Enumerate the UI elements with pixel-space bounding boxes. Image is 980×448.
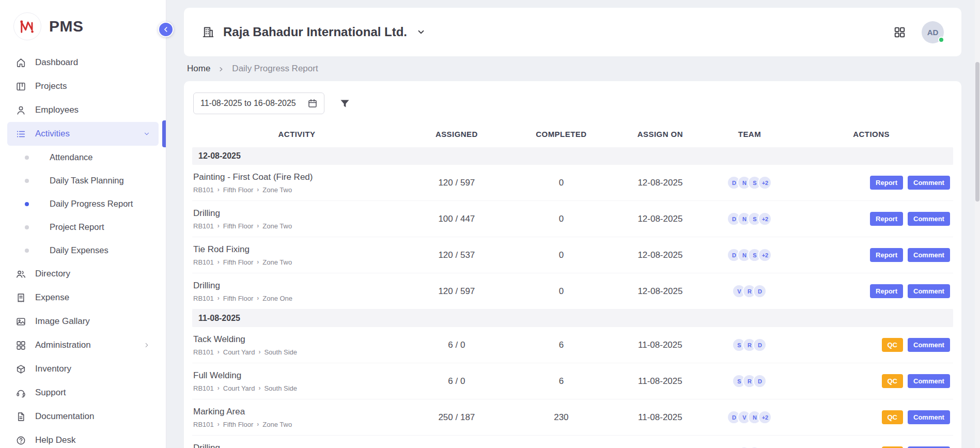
brand-m-logo — [13, 12, 41, 40]
sidebar-subitem-daily-expenses[interactable]: Daily Expenses — [0, 239, 166, 262]
path-segment: Court Yard — [223, 348, 255, 356]
team-extra-badge: +2 — [758, 248, 772, 262]
path-segment: RB101 — [193, 348, 214, 356]
sidebar-subitem-daily-progress-report[interactable]: Daily Progress Report — [0, 192, 166, 215]
sidebar: PMS DashboardProjectsEmployeesActivities… — [0, 0, 166, 448]
sidebar-item-activities[interactable]: Activities — [7, 122, 159, 146]
team-avatars: DNS+2 — [710, 248, 790, 262]
calendar-icon — [307, 98, 318, 109]
sidebar-item-label: Activities — [35, 129, 70, 139]
sidebar-item-image-gallary[interactable]: Image Gallary — [7, 310, 159, 333]
column-header-assigned: ASSIGNED — [401, 130, 512, 138]
sidebar-subitem-label: Daily Task Planning — [50, 176, 124, 186]
sidebar-item-support[interactable]: Support — [7, 381, 159, 405]
qc-button[interactable]: QC — [882, 374, 904, 388]
assign-on-value: 12-08-2025 — [611, 178, 709, 188]
column-header-activity: ACTIVITY — [192, 130, 401, 138]
sidebar-collapse-button[interactable] — [158, 22, 174, 37]
sidebar-subitem-label: Daily Progress Report — [50, 199, 133, 209]
sidebar-item-projects[interactable]: Projects — [7, 74, 159, 98]
apps-grid-icon[interactable] — [893, 26, 906, 39]
path-segment: Zone Two — [262, 186, 292, 194]
table-row: Drilling RB101›Fifth Floor›Zone One 120 … — [192, 273, 953, 310]
path-segment: Zone Two — [262, 421, 292, 428]
chevron-right-icon: › — [257, 258, 259, 266]
sidebar-item-inventory[interactable]: Inventory — [7, 357, 159, 381]
team-avatars: VRD — [710, 284, 790, 298]
sidebar-item-documentation[interactable]: Documentation — [7, 405, 159, 428]
comment-button[interactable]: Comment — [908, 284, 950, 298]
qc-button[interactable]: QC — [882, 410, 904, 424]
employee-icon — [15, 105, 26, 116]
sidebar-subitem-project-report[interactable]: Project Report — [0, 215, 166, 239]
completed-value: 0 — [512, 286, 611, 297]
scrollbar[interactable] — [975, 0, 980, 448]
assigned-value: 6 / 0 — [401, 376, 512, 387]
comment-button[interactable]: Comment — [908, 212, 950, 226]
activity-name: Drilling — [193, 281, 401, 291]
activity-name: Full Welding — [193, 370, 401, 381]
sidebar-item-help-desk[interactable]: Help Desk — [7, 428, 159, 448]
assign-on-value: 12-08-2025 — [611, 286, 709, 297]
chevron-right-icon: › — [258, 384, 260, 392]
date-range-input[interactable]: 11-08-2025 to 16-08-2025 — [193, 92, 324, 114]
assign-on-value: 12-08-2025 — [611, 214, 709, 224]
sidebar-subitem-attendance[interactable]: Attendance — [0, 146, 166, 169]
filter-icon[interactable] — [339, 98, 351, 110]
bullet-dot-icon — [25, 225, 29, 229]
group-date: 12-08-2025 — [198, 151, 241, 161]
chevron-down-icon — [416, 27, 426, 37]
brand: PMS — [0, 0, 166, 50]
sidebar-item-administration[interactable]: Administration — [7, 333, 159, 357]
comment-button[interactable]: Comment — [908, 176, 950, 190]
team-extra-badge: +2 — [758, 176, 772, 190]
bullet-dot-icon — [25, 179, 29, 183]
chevron-left-icon — [162, 26, 169, 33]
report-button[interactable]: Report — [870, 212, 903, 226]
scrollbar-thumb[interactable] — [975, 62, 979, 202]
report-button[interactable]: Report — [870, 284, 903, 298]
comment-button[interactable]: Comment — [908, 410, 950, 424]
company-selector[interactable]: Raja Bahadur International Ltd. — [201, 25, 426, 39]
comment-button[interactable]: Comment — [908, 338, 950, 352]
assigned-value: 250 / 187 — [401, 412, 512, 423]
sidebar-item-expense[interactable]: Expense — [7, 286, 159, 310]
sidebar-item-directory[interactable]: Directory — [7, 262, 159, 286]
sidebar-item-label: Help Desk — [35, 435, 75, 445]
sidebar-item-employees[interactable]: Employees — [7, 98, 159, 122]
sidebar-subitem-daily-task-planning[interactable]: Daily Task Planning — [0, 169, 166, 192]
comment-button[interactable]: Comment — [908, 248, 950, 262]
path-segment: Zone One — [262, 295, 292, 302]
path-segment: Fifth Floor — [223, 222, 254, 230]
breadcrumb-home[interactable]: Home — [187, 64, 210, 74]
report-button[interactable]: Report — [870, 248, 903, 262]
path-segment: RB101 — [193, 222, 214, 230]
assign-on-value: 12-08-2025 — [611, 250, 709, 260]
user-avatar[interactable]: AD — [922, 21, 944, 43]
comment-button[interactable]: Comment — [908, 374, 950, 388]
report-button[interactable]: Report — [870, 176, 903, 190]
chevron-right-icon — [143, 342, 150, 349]
sidebar-item-label: Documentation — [35, 411, 94, 422]
activity-name: Tie Rod Fixing — [193, 244, 401, 255]
sidebar-item-label: Dashboard — [35, 57, 78, 68]
home-icon — [15, 57, 26, 68]
row-actions: ReportComment — [789, 284, 953, 298]
activities-icon — [15, 129, 26, 140]
chevron-right-icon: › — [217, 258, 220, 266]
sidebar-item-dashboard[interactable]: Dashboard — [7, 51, 159, 74]
path-segment: Fifth Floor — [223, 295, 254, 302]
table-row: Painting - First Coat (Fire Red) RB101›F… — [192, 165, 953, 201]
topbar: Raja Bahadur International Ltd. AD — [184, 8, 961, 56]
company-name: Raja Bahadur International Ltd. — [223, 25, 407, 39]
chevron-down-icon — [143, 130, 150, 137]
support-icon — [15, 388, 26, 398]
column-header-completed: COMPLETED — [512, 130, 611, 138]
row-actions: ReportComment — [789, 248, 953, 262]
sidebar-item-label: Directory — [35, 269, 70, 279]
team-avatars: SRD — [710, 374, 790, 388]
table-row: Full Welding RB101›Court Yard›South Side… — [192, 363, 953, 399]
activity-name: Drilling — [193, 443, 401, 448]
table-row: Drilling RB101›Fifth Floor›Zone Two 100 … — [192, 201, 953, 237]
qc-button[interactable]: QC — [882, 338, 904, 352]
